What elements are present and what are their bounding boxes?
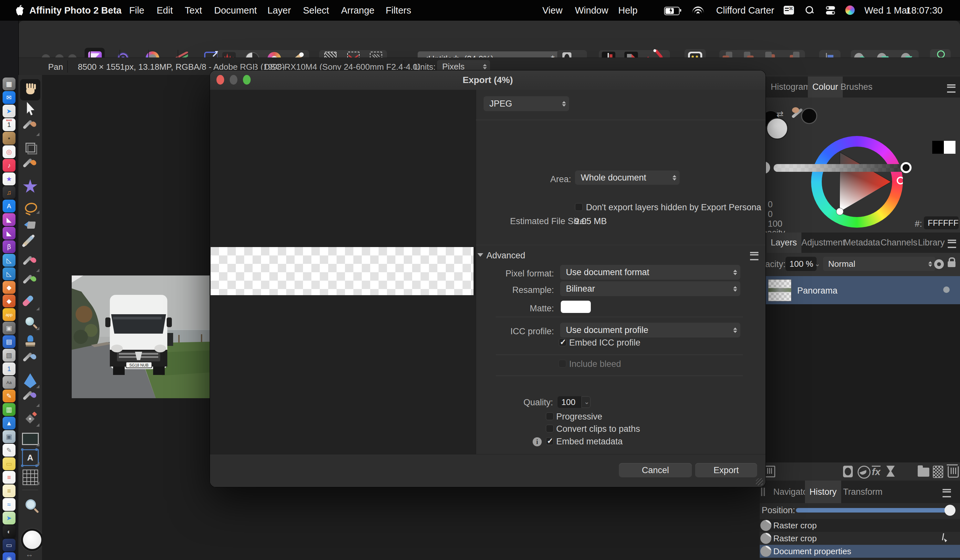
dock-app-garageband[interactable]: ♫ (3, 186, 16, 199)
tab-library[interactable]: Library (914, 232, 949, 253)
layers-opacity-input[interactable]: 100 % (786, 257, 817, 271)
dock-app-capture-one[interactable]: 1 (3, 362, 16, 375)
colour-panel-menu-icon[interactable] (947, 84, 955, 93)
dock-app-textedit[interactable]: ✎ (3, 444, 16, 457)
pages-icon[interactable] (765, 466, 775, 477)
position-slider-knob[interactable] (944, 505, 955, 516)
triangle-knob[interactable] (836, 208, 843, 215)
dock-app-music[interactable]: ♪ (3, 159, 16, 172)
menu-app-name[interactable]: Affinity Photo 2 Beta (29, 0, 122, 21)
embed-icc-checkbox[interactable] (559, 338, 566, 346)
tool-frame-text[interactable]: A (18, 448, 42, 467)
tool-flood-select[interactable] (18, 177, 42, 196)
dock-app-printer-app[interactable]: ▭ (3, 539, 16, 552)
dock-app-affinity-designer[interactable]: ◺ (3, 254, 16, 267)
dock-app-affinity-designer-2[interactable]: ◺ (3, 267, 16, 280)
hex-input[interactable]: FFFFFF (924, 216, 959, 229)
pixel-format-dropdown[interactable]: Use document format (560, 265, 740, 280)
dock-app-mail[interactable]: ✉ (3, 91, 16, 104)
menu-view[interactable]: View (542, 0, 562, 21)
history-panel-menu-icon[interactable] (942, 489, 951, 498)
dock-app-affinity-photo-2[interactable]: ◣ (3, 227, 16, 240)
tool-freehand-selection[interactable] (18, 197, 42, 216)
picked-colour-swatch[interactable] (801, 108, 817, 124)
dock-app-pro-photo[interactable]: ◐ (3, 525, 16, 538)
menu-date[interactable]: Wed 1 Mar (864, 0, 910, 21)
dock-app-imovie[interactable]: ★ (3, 173, 16, 186)
dock-app-freeform[interactable]: ≈ (3, 498, 16, 511)
tool-rectangle[interactable] (18, 430, 42, 448)
delete-layer-icon[interactable] (948, 466, 959, 478)
tool-undo-brush[interactable] (18, 352, 42, 370)
history-item[interactable]: Raster crop (760, 532, 960, 545)
dock-app-film-app[interactable]: ◉ (3, 552, 16, 560)
menu-file[interactable]: File (129, 0, 144, 21)
convert-clips-checkbox[interactable] (546, 425, 554, 432)
tool-pen[interactable] (18, 410, 42, 429)
menu-user-name[interactable]: Clifford Carter (716, 0, 774, 21)
tool-eraser[interactable] (18, 294, 42, 312)
dock-app-font-book[interactable]: Aa (3, 376, 16, 389)
icc-profile-dropdown[interactable]: Use document profile (560, 323, 740, 338)
tool-view[interactable] (18, 80, 42, 99)
apple-menu-icon[interactable] (15, 5, 24, 16)
menu-window[interactable]: Window (575, 0, 608, 21)
dock-app-launchpad[interactable]: ▦ (3, 77, 16, 90)
matte-colour-swatch[interactable] (561, 301, 591, 313)
input-source-icon[interactable] (784, 6, 794, 14)
ring-knob[interactable] (898, 177, 903, 184)
layers-opacity-chevron-icon[interactable]: ⌄ (814, 260, 820, 268)
tool-crop[interactable] (18, 138, 42, 157)
position-slider-track[interactable] (796, 508, 951, 512)
dock-app-affinity-photo[interactable]: ◣ (3, 213, 16, 226)
dock-app-notes[interactable]: ≡ (3, 485, 16, 498)
add-mask-icon[interactable] (843, 466, 853, 477)
tool-zoom[interactable] (18, 496, 42, 515)
tab-layers[interactable]: Layers (766, 232, 802, 253)
tool-smudge[interactable] (18, 390, 42, 409)
history-item-selected[interactable]: Document properties (760, 545, 960, 558)
fill-swatch[interactable] (766, 118, 788, 139)
area-dropdown[interactable]: Whole document (575, 171, 680, 185)
tool-clone-stamp[interactable] (18, 332, 42, 351)
metadata-info-icon[interactable]: i (533, 437, 542, 446)
layers-empty-area[interactable] (760, 304, 960, 462)
layer-effects-icon[interactable]: fx (872, 466, 880, 477)
dock-app-image-capture[interactable]: ▧ (3, 349, 16, 362)
dock-app-contacts[interactable]: ▪ (3, 132, 16, 145)
tool-mesh-warp[interactable] (18, 468, 42, 487)
colour-triangle[interactable] (811, 136, 903, 228)
tab-brushes[interactable]: Brushes (836, 77, 877, 98)
tool-dodge[interactable] (18, 313, 42, 332)
dock-app-photos[interactable]: ◎ (3, 145, 16, 158)
blend-mode-dropdown[interactable]: Normal (823, 257, 936, 271)
menu-select[interactable]: Select (303, 0, 329, 21)
opacity-slider-track[interactable] (774, 164, 909, 172)
battery-icon[interactable] (664, 7, 680, 15)
tab-transform[interactable]: Transform (838, 480, 887, 503)
blend-options-gear-icon[interactable] (934, 259, 944, 269)
layer-thumbnail[interactable] (768, 279, 791, 301)
tool-move[interactable] (18, 99, 42, 118)
tool-blur[interactable] (18, 371, 42, 390)
dock-app-pages[interactable]: ✎ (3, 389, 16, 402)
lock-icon[interactable] (948, 261, 955, 267)
dock-app-reminders[interactable]: ≡ (3, 471, 16, 484)
dock-app-blue-utility[interactable]: ▤ (3, 335, 16, 348)
dock-app-stickies[interactable]: ▭ (3, 457, 16, 470)
menu-filters[interactable]: Filters (386, 0, 411, 21)
menu-layer[interactable]: Layer (267, 0, 291, 21)
swatch-black[interactable] (932, 141, 944, 154)
layer-row[interactable]: Panorama (760, 276, 960, 304)
new-layer-icon[interactable] (933, 466, 943, 478)
export-dialog-titlebar[interactable]: Export (4%) (210, 70, 766, 90)
wifi-icon[interactable] (692, 6, 704, 15)
menu-help[interactable]: Help (618, 0, 638, 21)
dock-app-affinity-publisher-2[interactable]: ◆ (3, 294, 16, 307)
format-dropdown[interactable]: JPEG (483, 96, 569, 111)
dont-export-checkbox[interactable] (575, 203, 583, 211)
layers-panel-menu-icon[interactable] (948, 240, 956, 248)
add-adjustment-icon[interactable] (858, 466, 870, 478)
quality-dropdown-button[interactable]: ⌄ (581, 396, 590, 408)
cancel-button[interactable]: Cancel (619, 463, 692, 477)
